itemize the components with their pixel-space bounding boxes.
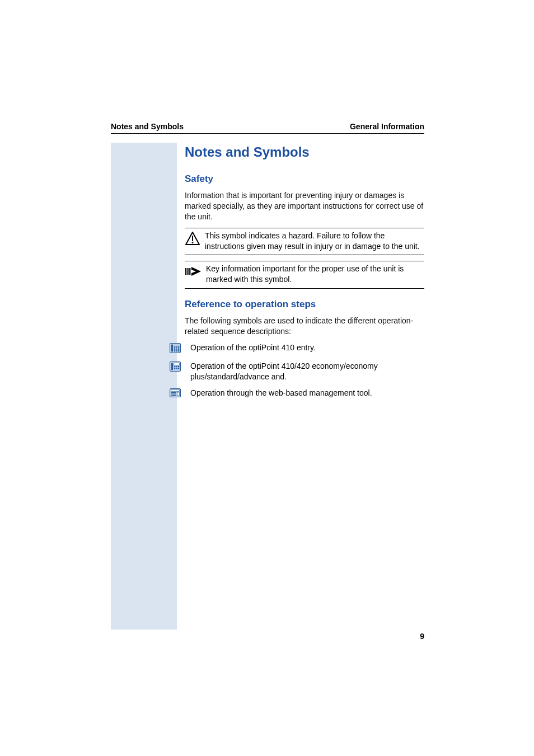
header-right: General Information [350, 122, 424, 131]
page-number: 9 [420, 632, 424, 641]
list-item-text: Operation of the optiPoint 410 entry. [190, 342, 424, 353]
svg-marker-6 [191, 267, 201, 276]
safety-intro: Information that is important for preven… [185, 190, 424, 222]
svg-rect-11 [178, 346, 179, 348]
page-title: Notes and Symbols [185, 144, 424, 160]
svg-rect-3 [185, 268, 186, 275]
safety-heading: Safety [185, 173, 424, 185]
list-item-text: Operation of the optiPoint 410/420 econo… [190, 361, 424, 382]
web-tool-icon [170, 388, 181, 400]
header-left: Notes and Symbols [111, 122, 184, 131]
svg-rect-20 [174, 363, 180, 365]
margin-band [111, 143, 177, 630]
svg-rect-9 [174, 346, 175, 348]
hazard-icon [185, 231, 200, 246]
svg-rect-26 [178, 368, 179, 369]
svg-rect-14 [178, 349, 179, 350]
svg-rect-32 [177, 392, 180, 396]
hazard-callout: This symbol indicates a hazard. Failure … [185, 228, 424, 256]
hazard-text: This symbol indicates a hazard. Failure … [205, 231, 424, 252]
list-item: Operation through the web-based manageme… [185, 388, 424, 400]
header-rule [111, 133, 424, 134]
phone-display-icon [170, 361, 181, 374]
document-page: Notes and Symbols General Information No… [0, 0, 534, 756]
svg-rect-22 [176, 366, 177, 367]
svg-rect-12 [174, 349, 175, 350]
svg-rect-4 [188, 268, 189, 275]
svg-rect-13 [176, 349, 177, 350]
list-item: Operation of the optiPoint 410/420 econo… [185, 361, 424, 382]
svg-rect-8 [171, 345, 173, 352]
operation-list: Operation of the optiPoint 410 entry. [185, 342, 424, 400]
reference-intro: The following symbols are used to indica… [185, 316, 424, 337]
running-header: Notes and Symbols General Information [111, 122, 424, 133]
key-info-icon [185, 264, 202, 279]
svg-rect-16 [176, 350, 177, 351]
keyinfo-text: Key information important for the proper… [206, 264, 424, 285]
svg-rect-25 [176, 368, 177, 369]
svg-point-2 [192, 242, 194, 243]
phone-entry-icon [170, 343, 181, 355]
svg-rect-5 [189, 268, 190, 275]
svg-rect-10 [176, 346, 177, 348]
reference-heading: Reference to operation steps [185, 299, 424, 310]
svg-rect-17 [178, 350, 179, 351]
keyinfo-callout: Key information important for the proper… [185, 261, 424, 289]
list-item-text: Operation through the web-based manageme… [190, 388, 424, 398]
svg-rect-21 [174, 366, 175, 367]
svg-rect-23 [178, 366, 179, 367]
svg-rect-24 [174, 368, 175, 369]
list-item: Operation of the optiPoint 410 entry. [185, 342, 424, 355]
svg-rect-28 [171, 389, 180, 391]
svg-rect-15 [174, 350, 175, 351]
content-area: Notes and Symbols Safety Information tha… [185, 144, 424, 405]
svg-rect-19 [171, 363, 173, 370]
